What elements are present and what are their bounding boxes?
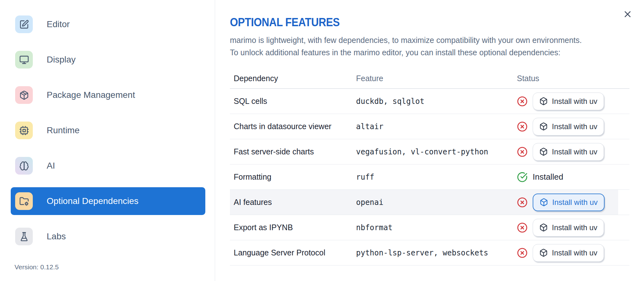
close-icon <box>623 9 633 20</box>
install-button-label: Install with uv <box>552 248 597 257</box>
installed-status-label: Installed <box>533 172 563 182</box>
sidebar-item-package-management[interactable]: Package Management <box>11 81 205 109</box>
table-row: Charts in datasource vieweraltairInstall… <box>230 114 629 139</box>
table-row: FormattingruffInstalled <box>230 164 629 190</box>
sidebar-item-label: Labs <box>47 231 66 242</box>
sidebar-item-display[interactable]: Display <box>11 46 205 74</box>
package-icon <box>15 86 33 104</box>
brain-icon <box>15 157 33 175</box>
dependency-cell: Charts in datasource viewer <box>230 122 356 131</box>
sidebar-item-editor[interactable]: Editor <box>11 10 205 38</box>
sidebar-item-label: Optional Dependencies <box>47 196 138 206</box>
package-box-icon <box>539 147 548 156</box>
feature-cell: ruff <box>356 173 513 182</box>
description-line-1: marimo is lightweight, with few dependen… <box>230 36 582 45</box>
feature-cell: nbformat <box>356 223 513 232</box>
sidebar-item-labs[interactable]: Labs <box>11 223 205 250</box>
install-button-label: Install with uv <box>552 97 597 106</box>
dependency-cell: Language Server Protocol <box>230 248 356 257</box>
status-cell: Install with uv <box>513 143 629 161</box>
install-with-uv-button[interactable]: Install with uv <box>533 143 604 161</box>
sidebar-item-label: AI <box>47 161 55 171</box>
install-button-label: Install with uv <box>552 147 597 156</box>
table-body: SQL cellsduckdb, sqlglotInstall with uvC… <box>230 89 629 266</box>
status-cell: Install with uv <box>513 219 629 236</box>
package-box-icon <box>539 248 548 257</box>
install-with-uv-button[interactable]: Install with uv <box>533 93 604 110</box>
column-header-status: Status <box>513 74 629 83</box>
feature-cell: altair <box>356 122 513 131</box>
feature-cell: duckdb, sqlglot <box>356 97 513 106</box>
sidebar-item-label: Runtime <box>47 125 79 135</box>
sidebar-item-label: Package Management <box>47 90 135 100</box>
sidebar-item-runtime[interactable]: Runtime <box>11 117 205 144</box>
dependency-cell: Export as IPYNB <box>230 223 356 232</box>
circle-x-icon <box>517 146 528 157</box>
circle-check-icon <box>517 172 528 182</box>
sidebar-item-label: Display <box>47 55 76 65</box>
sidebar-item-optional-dependencies[interactable]: Optional Dependencies <box>11 187 205 215</box>
install-with-uv-button[interactable]: Install with uv <box>533 219 604 236</box>
column-header-dependency: Dependency <box>230 74 356 83</box>
dependency-cell: Formatting <box>230 172 356 182</box>
circle-x-icon <box>517 197 528 208</box>
close-button[interactable] <box>623 9 633 19</box>
monitor-icon <box>15 51 33 69</box>
table-row: Language Server Protocolpython-lsp-serve… <box>230 240 629 266</box>
dependencies-table: Dependency Feature Status SQL cellsduckd… <box>230 68 629 266</box>
panel-description: marimo is lightweight, with few dependen… <box>230 34 644 59</box>
sidebar-item-ai[interactable]: AI <box>11 152 205 180</box>
table-row: Fast server-side chartsvegafusion, vl-co… <box>230 139 629 164</box>
sidebar-nav: EditorDisplayPackage ManagementRuntimeAI… <box>0 10 215 250</box>
column-header-feature: Feature <box>356 74 513 83</box>
dependency-cell: Fast server-side charts <box>230 147 356 156</box>
circle-x-icon <box>517 96 528 107</box>
circle-x-icon <box>517 121 528 132</box>
feature-cell: python-lsp-server, websockets <box>356 248 513 257</box>
package-box-icon <box>539 122 548 131</box>
description-line-2: To unlock additional features in the mar… <box>230 48 560 57</box>
package-box-icon <box>539 223 548 232</box>
folder-cog-icon <box>15 192 33 210</box>
install-button-label: Install with uv <box>552 122 597 131</box>
flask-icon <box>15 228 33 245</box>
install-button-label: Install with uv <box>552 198 598 207</box>
table-row: AI featuresopenaiInstall with uv <box>230 190 629 215</box>
feature-cell: openai <box>356 198 513 207</box>
install-with-uv-button[interactable]: Install with uv <box>533 194 605 211</box>
package-box-icon <box>539 97 548 105</box>
table-row: Export as IPYNBnbformatInstall with uv <box>230 215 629 240</box>
install-with-uv-button[interactable]: Install with uv <box>533 244 604 262</box>
page-title: OPTIONAL FEATURES <box>230 16 644 29</box>
edit-icon <box>15 15 33 33</box>
table-header-row: Dependency Feature Status <box>230 68 629 89</box>
sidebar: EditorDisplayPackage ManagementRuntimeAI… <box>0 0 215 281</box>
dependency-cell: SQL cells <box>230 97 356 106</box>
status-cell: Install with uv <box>513 118 629 135</box>
install-button-label: Install with uv <box>552 223 597 232</box>
status-cell: Install with uv <box>513 93 629 110</box>
cpu-icon <box>15 122 33 139</box>
settings-dialog: EditorDisplayPackage ManagementRuntimeAI… <box>0 0 644 281</box>
status-cell: Installed <box>513 172 629 182</box>
sidebar-item-label: Editor <box>47 19 70 29</box>
version-label: Version: 0.12.5 <box>15 263 59 271</box>
feature-cell: vegafusion, vl-convert-python <box>356 147 513 156</box>
status-cell: Install with uv <box>513 194 629 211</box>
circle-x-icon <box>517 248 528 258</box>
status-cell: Install with uv <box>513 244 629 262</box>
table-row: SQL cellsduckdb, sqlglotInstall with uv <box>230 89 629 114</box>
dependency-cell: AI features <box>230 198 356 207</box>
package-box-icon <box>540 198 548 206</box>
optional-features-panel: OPTIONAL FEATURES marimo is lightweight,… <box>215 0 644 281</box>
circle-x-icon <box>517 222 528 233</box>
install-with-uv-button[interactable]: Install with uv <box>533 118 604 135</box>
